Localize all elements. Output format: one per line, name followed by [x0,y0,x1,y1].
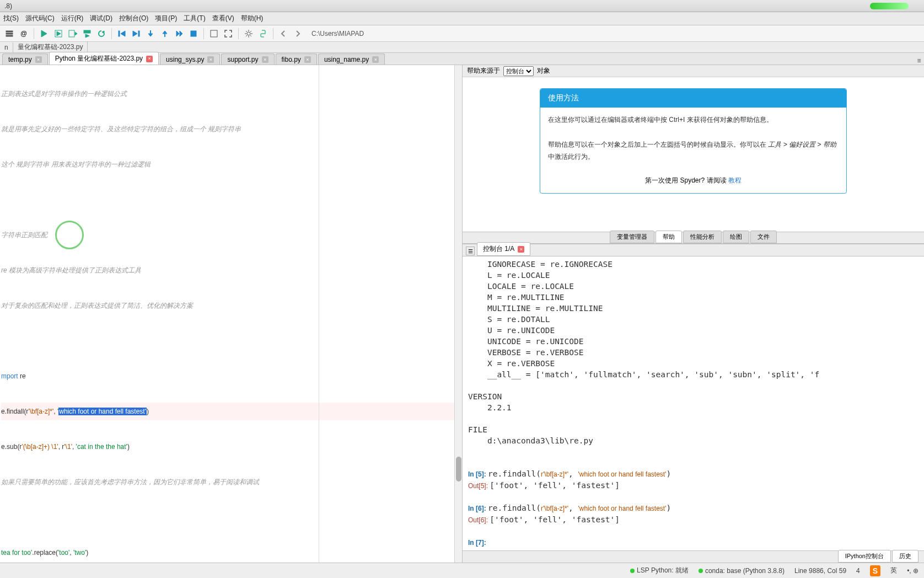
debug-step-icon[interactable] [130,28,142,40]
python-path-icon[interactable] [257,28,269,40]
outline-icon[interactable] [3,28,15,40]
svg-marker-13 [133,31,137,36]
tutorial-link[interactable]: 教程 [728,176,742,184]
scrollbar-thumb[interactable] [456,457,461,481]
fullscreen-icon[interactable] [222,28,234,40]
right-pane-tabs: 变量管理器 帮助 性能分析 绘图 文件 [463,232,924,244]
console-pane: ☰ 控制台 1/A× IGNORECASE = re.IGNORECASE L … [463,244,924,563]
status-conda: conda: base (Python 3.8.8) [699,567,785,575]
debug-continue-icon[interactable] [173,28,185,40]
svg-marker-15 [148,34,153,36]
status-dot-icon [630,569,635,573]
ime-badge-icon[interactable]: S [870,565,880,576]
preferences-icon[interactable] [243,28,255,40]
ime-extra[interactable]: •, ⊕ [907,567,918,575]
tab-menu-icon[interactable]: ≡ [914,57,924,65]
help-object-label: 对象 [537,66,550,76]
tab-ipython[interactable]: IPython控制台 [838,550,891,563]
tab-plots[interactable]: 绘图 [723,231,749,243]
selection: which foot or hand fell fastest' [58,408,147,415]
tab-help[interactable]: 帮助 [656,231,682,243]
help-toolbar: 帮助来源于 控制台 对象 [463,65,924,77]
editor-pane[interactable]: 正则表达式是对字符串操作的一种逻辑公式 就是用事先定义好的一些特定字符、及这些特… [0,65,462,563]
tab-variables[interactable]: 变量管理器 [610,231,654,243]
title-bar: .8) [0,0,924,12]
console-tab[interactable]: 控制台 1/A× [477,242,530,256]
right-pane: 帮助来源于 控制台 对象 使用方法 在这里你可以通过在编辑器或者终端中按 Ctr… [462,65,924,563]
svg-rect-11 [119,31,120,36]
file-tab-main[interactable]: Python 量化编程基础-2023.py× [49,52,159,65]
help-card-p2: 帮助信息可以在一个对象之后加上一个左圆括号的时候自动显示。你可以在 工具 > 偏… [548,139,839,163]
menu-help[interactable]: 帮助(H) [238,13,267,24]
file-tab-using-sys[interactable]: using_sys.py× [160,53,220,65]
debug-step-out-icon[interactable] [159,28,171,40]
close-icon[interactable]: × [372,56,379,63]
close-icon[interactable]: × [35,56,42,63]
help-source-select[interactable]: 控制台 [503,66,534,76]
svg-marker-9 [85,34,89,38]
tab-history[interactable]: 历史 [892,550,918,563]
nav-forward-icon[interactable] [292,28,304,40]
menu-run[interactable]: 运行(R) [58,13,87,24]
breadcrumb-root[interactable]: n [0,42,13,52]
editor-scrollbar[interactable] [454,65,462,563]
svg-rect-20 [211,30,217,37]
run-selection-icon[interactable] [81,28,93,40]
console-output[interactable]: IGNORECASE = re.IGNORECASE L = re.LOCALE… [463,256,924,550]
run-icon[interactable] [38,28,50,40]
rerun-icon[interactable] [95,28,108,40]
menu-debug[interactable]: 调试(D) [87,13,116,24]
run-cell-icon[interactable] [52,28,65,40]
file-tab-temp[interactable]: temp.py× [2,53,48,65]
help-source-label: 帮助来源于 [467,66,500,76]
help-card: 使用方法 在这里你可以通过在编辑器或者终端中按 Ctrl+I 来获得任何对象的帮… [540,88,847,194]
close-icon[interactable]: × [146,56,153,62]
close-icon[interactable]: × [262,56,268,63]
menu-find[interactable]: 找(S) [0,13,22,24]
menu-tools[interactable]: 工具(T) [180,13,208,24]
close-icon[interactable]: × [207,56,214,63]
svg-rect-8 [84,30,90,33]
help-body: 使用方法 在这里你可以通过在编辑器或者终端中按 Ctrl+I 来获得任何对象的帮… [463,77,924,232]
editor-body[interactable]: 正则表达式是对字符串操作的一种逻辑公式 就是用事先定义好的一些特定字符、及这些特… [0,65,462,563]
working-dir-path[interactable]: C:\Users\MIAPAD [311,30,364,38]
svg-rect-14 [138,31,139,36]
ime-lang[interactable]: 英 [890,566,897,575]
file-tab-fibo[interactable]: fibo.py× [276,53,317,65]
svg-marker-3 [41,30,47,37]
file-tab-using-name[interactable]: using_name.py× [318,53,385,65]
menu-view[interactable]: 查看(V) [209,13,238,24]
menu-console[interactable]: 控制台(O) [116,13,152,24]
console-bottom-tabs: IPython控制台 历史 [463,550,924,563]
svg-marker-10 [102,31,104,34]
status-bar: LSP Python: 就绪 conda: base (Python 3.8.8… [0,563,924,578]
status-mem: 4 [856,567,860,575]
debug-step-into-icon[interactable] [144,28,157,40]
debug-stop-icon[interactable] [187,28,200,40]
console-tab-bar: ☰ 控制台 1/A× [463,244,924,256]
close-icon[interactable]: × [304,56,311,63]
menu-project[interactable]: 项目(P) [152,13,180,24]
breadcrumb-file[interactable]: 量化编程基础-2023.py [13,41,88,53]
file-tab-label: temp.py [8,56,32,63]
editor-file-tabs: temp.py× Python 量化编程基础-2023.py× using_sy… [0,53,924,65]
debug-step-back-icon[interactable] [116,28,128,40]
tab-files[interactable]: 文件 [750,231,777,243]
run-cell-advance-icon[interactable] [67,28,79,40]
main-toolbar: @ C:\Users\MIAPAD [0,25,924,42]
file-tab-label: Python 量化编程基础-2023.py [55,54,143,63]
breadcrumb-bar: n 量化编程基础-2023.py [0,42,924,53]
menu-source[interactable]: 源代码(C) [22,13,58,24]
at-icon[interactable]: @ [18,28,30,40]
nav-back-icon[interactable] [277,28,289,40]
tab-profiler[interactable]: 性能分析 [683,231,722,243]
svg-marker-18 [180,31,182,36]
console-open-icon[interactable]: ☰ [466,247,475,255]
maximize-pane-icon[interactable] [208,28,220,40]
svg-rect-0 [6,31,13,32]
svg-rect-6 [69,30,74,37]
svg-marker-12 [121,31,125,36]
close-icon[interactable]: × [518,246,524,253]
file-tab-support[interactable]: support.py× [221,53,274,65]
svg-point-21 [247,32,250,35]
